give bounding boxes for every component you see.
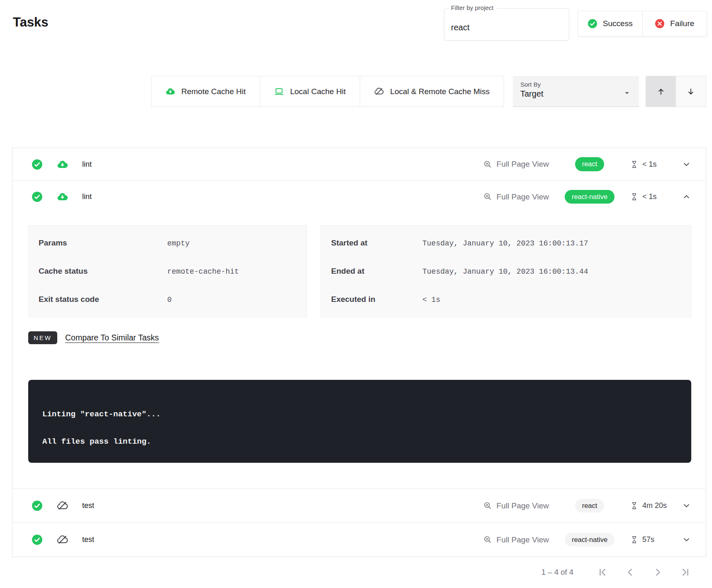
hourglass-icon: [630, 193, 638, 201]
caret-down-icon: [622, 88, 632, 97]
zoom-in-icon: [483, 535, 492, 544]
started-at-value: Tuesday, January 10, 2023 16:00:13.17: [422, 239, 588, 248]
executed-in-row: Executed in < 1s: [321, 285, 691, 313]
full-page-view-label: Full Page View: [497, 160, 549, 169]
expand-row-button[interactable]: [679, 501, 693, 510]
task-name: lint: [82, 160, 92, 169]
last-page-icon: [680, 567, 690, 578]
remote-cache-hit-label: Remote Cache Hit: [181, 87, 246, 96]
project-filter-field: Filter by project: [444, 8, 569, 41]
sort-by-label: Sort By: [520, 81, 632, 88]
task-row-test-react: test Full Page View react 4m 20s: [12, 488, 706, 522]
last-page-button[interactable]: [680, 567, 690, 578]
task-list: lint Full Page View react < 1s: [12, 148, 706, 557]
full-page-view-label: Full Page View: [497, 501, 549, 510]
hourglass-icon: [630, 536, 638, 544]
chevron-right-icon: [652, 567, 663, 578]
task-duration: 57s: [642, 535, 654, 544]
compare-row: NEW Compare To Similar Tasks: [28, 331, 706, 344]
task-name: test: [82, 501, 94, 510]
first-page-button[interactable]: [597, 567, 608, 578]
ended-at-value: Tuesday, January 10, 2023 16:00:13.44: [422, 267, 588, 276]
terminal-line: All files pass linting.: [42, 437, 679, 446]
project-filter-input[interactable]: [444, 9, 569, 40]
failure-filter-label: Failure: [670, 19, 694, 28]
full-page-view-button[interactable]: Full Page View: [483, 535, 549, 544]
pagination: 1 – 4 of 4: [541, 561, 690, 584]
expand-row-button[interactable]: [679, 535, 693, 544]
exit-status-row: Exit status code 0: [29, 285, 307, 313]
arrow-down-icon: [686, 87, 695, 96]
local-cache-hit-label: Local Cache Hit: [290, 87, 346, 96]
full-page-view-button[interactable]: Full Page View: [483, 192, 549, 202]
cache-status-value: remote-cache-hit: [167, 267, 239, 276]
cache-miss-label: Local & Remote Cache Miss: [390, 87, 490, 96]
chevron-down-icon: [682, 501, 691, 510]
project-badge: react-native: [565, 533, 614, 547]
full-page-view-button[interactable]: Full Page View: [483, 501, 549, 510]
cloud-off-icon: [374, 87, 384, 96]
success-status-icon: [32, 191, 43, 202]
compare-to-similar-tasks-link[interactable]: Compare To Similar Tasks: [65, 333, 159, 343]
cloud-download-icon: [166, 87, 175, 96]
success-filter-label: Success: [603, 19, 633, 28]
next-page-button[interactable]: [652, 567, 663, 578]
expand-row-button[interactable]: [679, 160, 693, 169]
page-title: Tasks: [13, 15, 49, 30]
chevron-up-icon: [682, 192, 691, 202]
zoom-in-icon: [483, 501, 492, 510]
exit-status-label: Exit status code: [39, 295, 167, 304]
task-row-test-react-native: test Full Page View react-native 57s: [12, 522, 706, 556]
terminal-line: Linting "react-native"...: [42, 410, 679, 419]
failure-filter-button[interactable]: Failure: [642, 11, 707, 36]
project-badge: react: [575, 157, 605, 171]
local-cache-hit-filter-button[interactable]: Local Cache Hit: [260, 76, 360, 107]
zoom-in-icon: [483, 192, 492, 201]
cloud-off-icon: [57, 500, 68, 511]
task-row-lint-react-native: lint Full Page View react-native < 1s: [12, 180, 706, 213]
success-status-icon: [32, 500, 43, 511]
arrow-up-icon: [656, 87, 666, 96]
previous-page-button[interactable]: [625, 567, 636, 578]
chevron-down-icon: [682, 160, 691, 169]
chevron-left-icon: [625, 567, 636, 578]
task-name: test: [82, 535, 94, 544]
cloud-download-icon: [57, 191, 68, 202]
ended-at-label: Ended at: [331, 267, 422, 276]
exit-status-value: 0: [167, 296, 172, 304]
terminal-output: Linting "react-native"... All files pass…: [28, 380, 691, 463]
task-details-expansion: Params empty Cache status remote-cache-h…: [12, 225, 706, 488]
params-row: Params empty: [29, 229, 307, 257]
pagination-range: 1 – 4 of 4: [541, 568, 573, 577]
sort-by-select[interactable]: Sort By Target: [513, 76, 639, 107]
task-name: lint: [82, 192, 92, 201]
x-circle-icon: [655, 19, 665, 29]
started-at-label: Started at: [331, 238, 422, 248]
cache-status-row: Cache status remote-cache-hit: [29, 257, 307, 285]
success-filter-button[interactable]: Success: [578, 11, 642, 36]
sort-ascending-button[interactable]: [646, 76, 676, 107]
collapse-row-button[interactable]: [679, 192, 693, 202]
remote-cache-hit-filter-button[interactable]: Remote Cache Hit: [151, 76, 260, 107]
success-status-icon: [32, 159, 43, 170]
sort-descending-button[interactable]: [676, 76, 706, 107]
full-page-view-button[interactable]: Full Page View: [483, 160, 549, 169]
laptop-icon: [274, 87, 284, 96]
project-badge: react: [575, 499, 605, 513]
status-filter-group: Success Failure: [578, 11, 707, 36]
ended-at-row: Ended at Tuesday, January 10, 2023 16:00…: [321, 257, 691, 285]
cache-status-label: Cache status: [39, 267, 167, 276]
cache-filter-group: Remote Cache Hit Local Cache Hit Local &…: [151, 76, 504, 107]
success-status-icon: [32, 534, 43, 545]
task-duration: < 1s: [642, 192, 657, 201]
cloud-off-icon: [57, 534, 68, 545]
full-page-view-label: Full Page View: [497, 535, 549, 544]
cloud-download-icon: [57, 159, 68, 170]
hourglass-icon: [630, 502, 638, 510]
started-at-row: Started at Tuesday, January 10, 2023 16:…: [321, 229, 691, 257]
task-row-lint-react: lint Full Page View react < 1s: [12, 148, 706, 180]
params-value: empty: [167, 239, 190, 248]
new-badge: NEW: [28, 331, 57, 344]
cache-miss-filter-button[interactable]: Local & Remote Cache Miss: [360, 76, 504, 107]
zoom-in-icon: [483, 160, 492, 169]
